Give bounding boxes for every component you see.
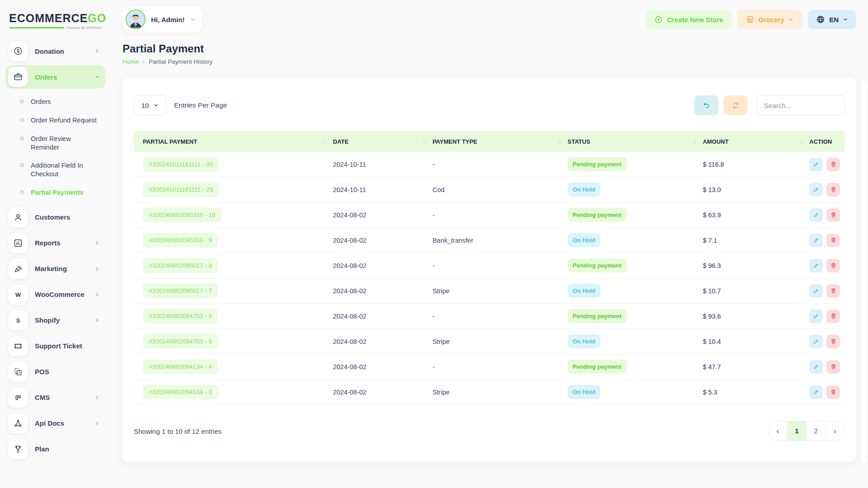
payment-type-cell: - xyxy=(433,211,568,219)
language-selector-button[interactable]: EN xyxy=(808,10,856,29)
table-row: #320240802095310 - 9 2024-08-02 Bank_tra… xyxy=(134,228,845,253)
chevron-right-icon xyxy=(94,421,100,426)
user-menu[interactable]: Hi, Admin! xyxy=(123,6,202,33)
sidebar-item-marketing[interactable]: Marketing xyxy=(5,257,105,281)
amount-cell: $ 116.8 xyxy=(703,161,809,168)
column-header-amount[interactable]: AMOUNT xyxy=(703,138,728,145)
sidebar-item-orders[interactable]: Orders xyxy=(5,65,105,89)
sidebar-item-customers[interactable]: Customers xyxy=(5,206,105,229)
edit-button[interactable] xyxy=(809,234,823,247)
sidebar-subitem-orders[interactable]: Orders xyxy=(5,93,105,111)
reports-icon xyxy=(8,233,28,253)
delete-button[interactable] xyxy=(826,310,840,323)
delete-button[interactable] xyxy=(826,385,840,399)
sort-icon[interactable]: ↑↓ xyxy=(558,139,561,144)
bullet-icon xyxy=(20,99,24,103)
payment-id-badge[interactable]: #320241011161111 - 29 xyxy=(143,182,219,197)
sort-icon[interactable]: ↑↓ xyxy=(423,139,425,144)
delete-button[interactable] xyxy=(826,284,840,298)
payment-id-badge[interactable]: #320240802095310 - 10 xyxy=(143,207,221,222)
payment-type-cell: Stripe xyxy=(433,338,568,345)
edit-button[interactable] xyxy=(809,335,823,348)
edit-button[interactable] xyxy=(809,183,823,197)
sidebar-subitem-label: Order Review Reminder xyxy=(31,135,99,152)
table-row: #320240802095310 - 10 2024-08-02 - Pendi… xyxy=(134,202,845,228)
delete-button[interactable] xyxy=(826,259,840,272)
refresh-button[interactable] xyxy=(723,95,748,115)
sort-icon[interactable]: ↑↓ xyxy=(323,139,326,144)
shopify-icon: S xyxy=(8,310,28,330)
bullet-icon xyxy=(20,163,24,167)
column-header-payment-type[interactable]: PAYMENT TYPE xyxy=(433,138,477,145)
edit-button[interactable] xyxy=(809,360,823,374)
breadcrumb-current: Partial Payment History xyxy=(149,58,212,65)
payment-id-badge[interactable]: #320241011161111 - 30 xyxy=(143,157,219,172)
edit-button[interactable] xyxy=(809,284,823,298)
edit-button[interactable] xyxy=(809,310,823,323)
sidebar-item-pos[interactable]: POS xyxy=(5,360,105,384)
chevron-down-icon xyxy=(788,17,794,22)
sidebar-item-api-docs[interactable]: Api Docs xyxy=(5,412,105,435)
date-cell: 2024-08-02 xyxy=(333,262,432,269)
pos-icon xyxy=(8,362,28,382)
search-input[interactable] xyxy=(756,95,845,116)
edit-button[interactable] xyxy=(809,208,823,222)
status-badge: Pending payment xyxy=(568,309,627,323)
sidebar-item-donation[interactable]: $ Donation xyxy=(5,39,105,63)
date-cell: 2024-08-02 xyxy=(333,237,432,244)
date-cell: 2024-08-02 xyxy=(333,389,432,396)
sidebar-item-label: Api Docs xyxy=(35,419,94,427)
pagination-prev-button[interactable]: ‹ xyxy=(769,422,788,441)
sidebar-subitem-partial-payments[interactable]: Partial Payments xyxy=(5,183,105,202)
delete-button[interactable] xyxy=(826,158,840,171)
delete-button[interactable] xyxy=(826,360,840,374)
payment-id-badge[interactable]: #320240802095310 - 9 xyxy=(143,233,218,248)
sidebar-item-reports[interactable]: Reports xyxy=(5,231,105,255)
sidebar-subitem-order-refund-request[interactable]: Order Refund Request xyxy=(5,111,105,130)
undo-button[interactable] xyxy=(694,95,718,115)
sidebar-item-woocommerce[interactable]: W WooCommerce xyxy=(5,283,105,306)
store-selector-button[interactable]: Grocery xyxy=(737,10,802,29)
create-new-store-button[interactable]: Create New Store xyxy=(646,10,731,29)
pagination-page-1[interactable]: 1 xyxy=(788,422,807,441)
delete-button[interactable] xyxy=(826,183,840,197)
payment-id-badge[interactable]: #320240802094703 - 6 xyxy=(143,309,218,324)
sort-icon[interactable]: ↑↓ xyxy=(693,139,695,144)
bullet-icon xyxy=(20,190,24,194)
entries-per-page-select[interactable]: 10 xyxy=(134,95,166,116)
sidebar-item-support-ticket[interactable]: Support Ticket xyxy=(5,334,105,358)
edit-button[interactable] xyxy=(809,385,823,399)
sidebar-item-shopify[interactable]: S Shopify xyxy=(5,309,105,332)
payment-id-badge[interactable]: #320240802094703 - 5 xyxy=(143,334,218,349)
customers-icon xyxy=(8,207,28,227)
brand-name: ECOMMERCEGO xyxy=(9,12,102,25)
payment-id-badge[interactable]: #320240802095017 - 8 xyxy=(143,258,218,273)
sidebar-subitem-additional-field-in-checkout[interactable]: Additional Field In Checkout xyxy=(5,156,105,183)
payment-id-badge[interactable]: #320240802095017 - 7 xyxy=(143,283,218,298)
pagination-next-button[interactable]: › xyxy=(826,422,844,441)
scrollbar[interactable] xyxy=(862,80,867,462)
breadcrumb-home-link[interactable]: Home xyxy=(123,58,139,65)
payment-type-cell: - xyxy=(433,161,568,168)
amount-cell: $ 96.3 xyxy=(703,262,809,269)
edit-button[interactable] xyxy=(809,158,823,171)
delete-button[interactable] xyxy=(826,234,840,247)
page-title: Partial Payment xyxy=(123,42,856,55)
payment-id-badge[interactable]: #320240802094134 - 4 xyxy=(143,359,218,374)
edit-button[interactable] xyxy=(809,259,823,272)
column-header-status[interactable]: STATUS xyxy=(568,138,590,145)
date-cell: 2024-10-11 xyxy=(333,161,432,168)
delete-button[interactable] xyxy=(826,208,840,222)
sidebar-subitem-order-review-reminder[interactable]: Order Review Reminder xyxy=(5,130,105,157)
sort-icon[interactable]: ↑↓ xyxy=(799,139,802,144)
sidebar-item-cms[interactable]: CMS xyxy=(5,386,105,409)
column-header-date[interactable]: DATE xyxy=(333,138,348,145)
pagination-page-2[interactable]: 2 xyxy=(807,422,826,441)
status-badge: Pending payment xyxy=(568,157,627,171)
payment-id-badge[interactable]: #320240802094134 - 3 xyxy=(143,385,218,399)
sidebar-item-plan[interactable]: Plan xyxy=(5,437,105,461)
sidebar: ECOMMERCEGO Powered By WORKDO $ Donation… xyxy=(0,0,111,488)
delete-button[interactable] xyxy=(826,335,840,348)
column-header-partial-payment[interactable]: PARTIAL PAYMENT xyxy=(143,138,197,145)
chevron-right-icon xyxy=(94,292,100,297)
